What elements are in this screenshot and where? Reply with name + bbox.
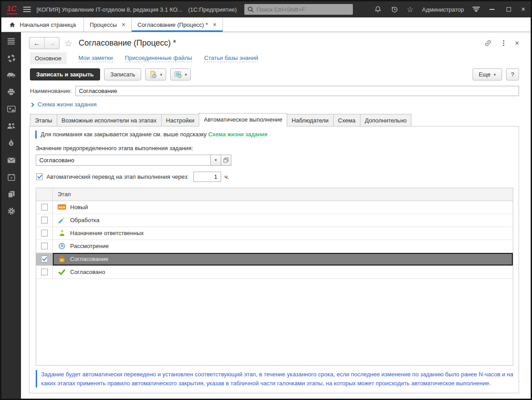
- tab-stages[interactable]: Этапы: [30, 114, 57, 126]
- title-bar: 1С [КОПИЯ] Управление IT-отделом 8, реда…: [1, 1, 531, 17]
- stage-combobox[interactable]: Согласовано: [36, 155, 211, 166]
- notifications-bell-icon[interactable]: [374, 5, 382, 13]
- stages-table: Этап NEW Новый Обработка: [36, 188, 513, 366]
- new-badge-icon: NEW: [58, 203, 66, 211]
- form-toolbar: Записать и закрыть Записать ▾ ▾ Еще▾ ?: [30, 68, 519, 80]
- forward-button[interactable]: →: [44, 38, 59, 49]
- save-button[interactable]: Записать: [104, 68, 142, 80]
- menu-icon[interactable]: [6, 36, 16, 46]
- tab-processes[interactable]: Процессы ×: [84, 17, 132, 32]
- form-nav-links: Основное Мои заметки Присоединенные файл…: [30, 52, 519, 64]
- nav-main[interactable]: Основное: [30, 52, 67, 64]
- printer-icon[interactable]: [6, 87, 16, 97]
- life-scheme-green-link[interactable]: Схема жизни задания: [208, 131, 267, 138]
- row-checkbox[interactable]: [41, 256, 48, 262]
- table-row[interactable]: Согласовано: [36, 266, 513, 279]
- table-row[interactable]: Назначение ответственных: [36, 227, 513, 240]
- name-input[interactable]: Согласование: [75, 86, 519, 96]
- row-checkbox[interactable]: [41, 230, 48, 236]
- bottom-hint: Задание будет автоматически переведено и…: [36, 370, 513, 387]
- life-scheme-label: Схема жизни задания: [38, 101, 96, 108]
- close-tab-icon[interactable]: ×: [213, 21, 216, 28]
- life-scheme-toggle[interactable]: Схема жизни задания: [30, 101, 519, 108]
- home-tab[interactable]: Начальная страница: [1, 17, 84, 32]
- check-icon: [58, 268, 66, 276]
- maximize-button[interactable]: [505, 5, 513, 13]
- close-tab-icon[interactable]: ×: [121, 21, 125, 28]
- get-link-icon[interactable]: [484, 39, 492, 47]
- favorites-star-icon[interactable]: ☆: [407, 5, 414, 14]
- tab-possible-executors[interactable]: Возможные исполнители на этапах: [57, 114, 162, 126]
- more-button[interactable]: Еще▾: [473, 68, 502, 80]
- service-menu-icon[interactable]: [473, 7, 480, 12]
- main-menu-icon[interactable]: [23, 7, 31, 12]
- list-clock-dropdown-button[interactable]: ▾: [170, 68, 191, 80]
- row-checkbox[interactable]: [41, 217, 48, 223]
- help-button[interactable]: ?: [506, 68, 519, 80]
- form-title: Согласование (Процесс) *: [79, 38, 176, 48]
- svg-text:$: $: [10, 142, 12, 145]
- vehicle-icon[interactable]: [6, 70, 16, 80]
- save-and-close-button[interactable]: Записать и закрыть: [30, 68, 100, 80]
- users-icon[interactable]: [6, 121, 16, 131]
- nav-my-notes[interactable]: Мои заметки: [79, 55, 113, 62]
- hours-input[interactable]: 1: [193, 172, 221, 182]
- tab-scheme[interactable]: Схема: [333, 114, 360, 126]
- tab-soglasovanie[interactable]: Согласование (Процесс) * ×: [132, 17, 223, 32]
- nav-attached-files[interactable]: Присоединенные файлы: [125, 55, 193, 62]
- history-icon[interactable]: [390, 5, 398, 13]
- document-clock-dropdown-button[interactable]: ▾: [145, 68, 166, 80]
- stage-name: Новый: [70, 204, 88, 211]
- money-bag-icon[interactable]: $: [6, 138, 16, 148]
- combo-dropdown-button[interactable]: ▾: [211, 155, 221, 166]
- auto-transfer-label: Автоматический перевод на этап выполнени…: [46, 173, 189, 180]
- tab-settings[interactable]: Настройки: [161, 114, 200, 126]
- sections-wheel-icon[interactable]: [6, 53, 16, 63]
- app-window: 1С [КОПИЯ] Управление IT-отделом 8, реда…: [0, 0, 532, 400]
- combo-choose-button[interactable]: [221, 155, 231, 166]
- clock-icon: [58, 242, 66, 250]
- nav-kb-articles[interactable]: Статьи базы знаний: [204, 55, 258, 62]
- choose-from-list-icon: [223, 157, 229, 163]
- auto-transfer-checkbox[interactable]: [36, 173, 43, 180]
- table-row[interactable]: Рассмотрение: [36, 240, 513, 253]
- top-hint-text: Для понимания как закрывается задание см…: [41, 131, 207, 138]
- svg-text:7: 7: [10, 176, 13, 180]
- table-row[interactable]: NEW Новый: [36, 201, 513, 214]
- tab-observers[interactable]: Наблюдатели: [287, 114, 334, 126]
- form-tab-strip: Этапы Возможные исполнители на этапах На…: [30, 113, 519, 126]
- window-title: [КОПИЯ] Управление IT-отделом 8, редакци…: [37, 6, 182, 13]
- row-checkbox[interactable]: [41, 243, 48, 249]
- more-menu-icon[interactable]: [503, 42, 504, 44]
- search-icon: [247, 6, 254, 13]
- table-header: Этап: [36, 188, 513, 201]
- media-icon[interactable]: [6, 104, 16, 114]
- global-search-input[interactable]: Поиск Ctrl+Shift+F: [244, 4, 353, 15]
- gear-icon[interactable]: [6, 206, 16, 216]
- tab-additional[interactable]: Дополнительно: [360, 114, 412, 126]
- list-clock-icon: [174, 71, 182, 78]
- row-checkbox[interactable]: [41, 204, 48, 211]
- tab-auto-execution[interactable]: Автоматическое выполнение: [199, 113, 287, 126]
- favorite-star-icon[interactable]: ☆: [64, 38, 72, 49]
- minimize-button[interactable]: [488, 5, 496, 13]
- table-row[interactable]: Обработка: [36, 214, 513, 227]
- more-button-label: Еще: [479, 71, 490, 78]
- stage-name: Рассмотрение: [70, 243, 109, 249]
- current-user[interactable]: Администратор: [422, 6, 464, 13]
- left-toolbar: $ 7: [1, 32, 21, 399]
- table-row[interactable]: Согласование: [36, 253, 513, 266]
- calendar-icon[interactable]: 7: [6, 172, 16, 182]
- search-placeholder: Поиск Ctrl+Shift+F: [256, 6, 305, 13]
- tab-label: Процессы: [90, 21, 117, 28]
- documents-icon[interactable]: [6, 189, 16, 199]
- close-window-button[interactable]: ×: [521, 6, 525, 13]
- header-checkbox-cell: [36, 188, 53, 201]
- history-nav-buttons: ← →: [29, 37, 59, 49]
- back-button[interactable]: ←: [29, 38, 44, 49]
- row-checkbox[interactable]: [41, 269, 48, 275]
- mail-icon[interactable]: [6, 155, 16, 165]
- hours-unit: ч.: [225, 173, 229, 180]
- close-form-icon[interactable]: ×: [515, 40, 519, 47]
- person-icon: [58, 229, 66, 237]
